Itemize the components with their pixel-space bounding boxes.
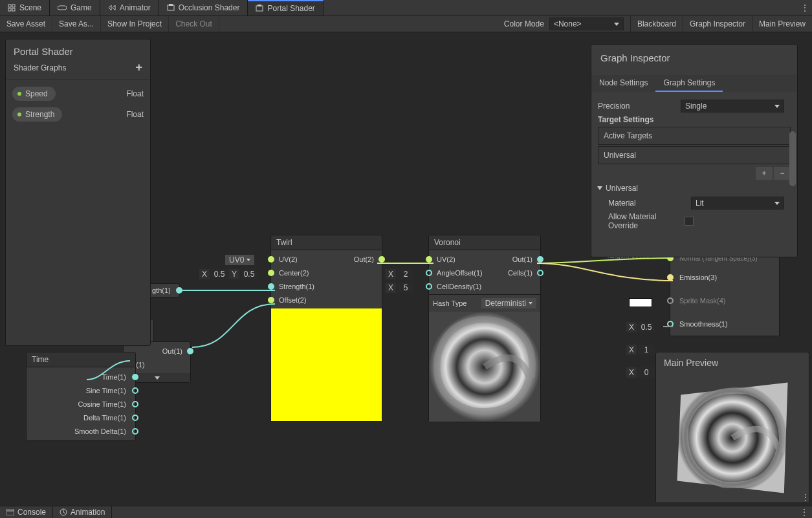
main-preview-viewport[interactable]: [656, 373, 809, 502]
tab-portal-shader[interactable]: Portal Shader: [248, 0, 323, 16]
output-port[interactable]: [537, 270, 543, 276]
input-port[interactable]: [667, 274, 674, 281]
node-fragment[interactable]: Normal (Tangent Space)(3) Emission(3) Sp…: [670, 250, 780, 336]
main-preview-title: Main Preview: [656, 352, 809, 373]
center-xy-input[interactable]: X0.5 Y0.5: [199, 269, 258, 279]
output-port[interactable]: [176, 287, 182, 294]
output-port[interactable]: [132, 415, 138, 421]
blackboard-toggle[interactable]: Blackboard: [630, 16, 683, 32]
property-strength[interactable]: Strength: [12, 107, 62, 122]
universal-foldout[interactable]: Universal: [598, 184, 791, 193]
tab-graph-settings[interactable]: Graph Settings: [655, 75, 723, 92]
input-port[interactable]: [268, 270, 274, 276]
target-universal-item[interactable]: Universal: [598, 146, 791, 164]
animator-icon: [108, 4, 116, 12]
input-port[interactable]: [667, 297, 674, 304]
graph-inspector-toggle[interactable]: Graph Inspector: [683, 16, 752, 32]
output-port[interactable]: [132, 387, 138, 394]
property-node-strength[interactable]: gth(1): [149, 283, 180, 297]
input-port[interactable]: [426, 270, 432, 276]
output-port[interactable]: [379, 256, 385, 263]
tab-label: Portal Shader: [267, 4, 314, 13]
color-mode-select[interactable]: <None>: [549, 17, 624, 30]
add-property-button[interactable]: +: [135, 61, 142, 74]
tab-scene[interactable]: Scene: [0, 0, 50, 16]
graph-inspector-panel[interactable]: Graph Inspector Node Settings Graph Sett…: [591, 44, 798, 257]
input-port[interactable]: [268, 297, 274, 303]
node-title: Voronoi: [429, 235, 540, 250]
tab-animator[interactable]: Animator: [100, 0, 159, 16]
property-dot-icon: [17, 92, 21, 96]
property-row[interactable]: Speed Float: [12, 87, 144, 101]
chevron-down-icon: [247, 259, 250, 261]
main-preview-panel[interactable]: Main Preview: [655, 352, 809, 503]
show-in-project-button[interactable]: Show In Project: [101, 16, 169, 32]
output-port[interactable]: [537, 256, 543, 263]
node-twirl[interactable]: Twirl UV(2) Out(2) Center(2) Strength(1)…: [270, 235, 382, 422]
tab-node-settings[interactable]: Node Settings: [591, 75, 655, 92]
node-title: Time: [27, 352, 135, 367]
check-out-button[interactable]: Check Out: [169, 16, 219, 32]
save-as-button[interactable]: Save As...: [52, 16, 101, 32]
svg-rect-0: [8, 5, 11, 7]
precision-label: Precision: [598, 102, 675, 111]
chevron-down-icon: [529, 302, 532, 305]
smoothness-input[interactable]: X0.5: [626, 322, 655, 332]
shader-graph-canvas[interactable]: Portal Shader Shader Graphs + Speed Floa…: [0, 32, 812, 506]
tab-game[interactable]: Game: [50, 0, 100, 16]
target-settings-header: Target Settings: [598, 115, 791, 124]
scene-icon: [8, 4, 16, 12]
input-port[interactable]: [667, 321, 674, 327]
tab-animation[interactable]: Animation: [53, 506, 112, 518]
add-target-button[interactable]: +: [756, 167, 773, 180]
input-port[interactable]: [268, 283, 274, 290]
output-port[interactable]: [187, 348, 193, 354]
color-swatch[interactable]: [629, 298, 652, 307]
svg-rect-2: [8, 8, 11, 11]
bottom-overflow-menu[interactable]: ⋮: [796, 508, 812, 517]
angle-offset-input[interactable]: X2: [386, 269, 414, 279]
tab-label: Scene: [19, 3, 41, 12]
input-port[interactable]: [426, 283, 432, 290]
remove-target-button[interactable]: −: [774, 167, 791, 180]
save-asset-button[interactable]: Save Asset: [0, 16, 52, 32]
svg-rect-5: [168, 5, 174, 10]
property-row[interactable]: Strength Float: [12, 107, 144, 122]
svg-rect-3: [12, 8, 15, 11]
node-time[interactable]: Time Time(1) Sine Time(1) Cosine Time(1)…: [26, 352, 136, 441]
uv-channel-select[interactable]: UV0: [225, 255, 254, 265]
property-speed[interactable]: Speed: [12, 87, 56, 101]
float-input[interactable]: X1: [626, 345, 655, 355]
hash-type-select[interactable]: Deterministi: [481, 298, 536, 308]
node-preview: [271, 308, 382, 421]
tab-label: Game: [71, 3, 92, 12]
property-dot-icon: [17, 113, 21, 116]
material-select[interactable]: Lit: [691, 197, 784, 210]
output-port[interactable]: [132, 428, 138, 435]
tab-console[interactable]: Console: [0, 506, 53, 518]
cell-density-input[interactable]: X5: [386, 283, 414, 293]
main-preview-toggle[interactable]: Main Preview: [752, 16, 812, 32]
tab-label: Occlusion Shader: [179, 3, 240, 12]
chevron-down-icon: [155, 376, 160, 380]
output-port[interactable]: [132, 374, 138, 380]
input-port[interactable]: [268, 256, 274, 263]
tab-overflow-menu[interactable]: ⋮: [798, 0, 812, 16]
svg-rect-1: [12, 5, 15, 7]
shader-icon: [256, 5, 263, 12]
blackboard-subtitle: Shader Graphs: [14, 63, 66, 72]
preview-context-menu[interactable]: ⋮: [802, 493, 809, 502]
node-voronoi[interactable]: Voronoi UV(2) Out(1) AngleOffset(1) Cell…: [428, 235, 541, 422]
console-icon: [6, 509, 14, 515]
float-input[interactable]: X0: [626, 367, 655, 378]
property-type: Float: [126, 110, 144, 119]
blackboard-panel[interactable]: Portal Shader Shader Graphs + Speed Floa…: [5, 39, 151, 346]
svg-rect-7: [256, 6, 263, 11]
input-port[interactable]: [426, 256, 432, 263]
tab-occlusion-shader[interactable]: Occlusion Shader: [159, 0, 248, 16]
inspector-scrollbar[interactable]: [789, 131, 796, 186]
output-port[interactable]: [132, 401, 138, 407]
precision-select[interactable]: Single: [681, 100, 784, 113]
allow-override-checkbox[interactable]: [685, 217, 694, 226]
window-tab-bar: Scene Game Animator Occlusion Shader Por…: [0, 0, 812, 16]
